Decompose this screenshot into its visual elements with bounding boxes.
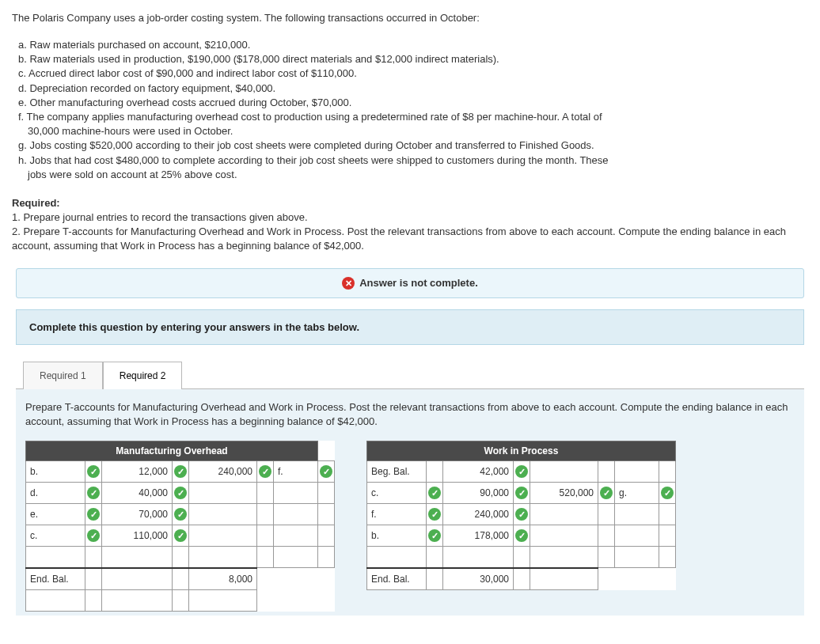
intro-text: The Polaris Company uses a job-order cos… bbox=[12, 12, 808, 24]
wip-title: Work in Process bbox=[367, 441, 676, 460]
moh-r2-l[interactable]: e. bbox=[26, 503, 85, 525]
answer-incomplete-alert: ✕Answer is not complete. bbox=[16, 268, 804, 299]
wip-end-label: End. Bal. bbox=[367, 568, 427, 590]
wip-r1-lc: ✓ bbox=[427, 482, 443, 503]
check-icon: ✓ bbox=[515, 487, 528, 499]
wip-r3-l[interactable]: b. bbox=[367, 525, 427, 546]
trans-f2: 30,000 machine-hours were used in Octobe… bbox=[28, 124, 808, 138]
wip-end-right[interactable] bbox=[530, 568, 598, 590]
moh-r1-l[interactable]: d. bbox=[26, 482, 85, 503]
wip-r2-lc: ✓ bbox=[427, 503, 443, 525]
wip-r0-la[interactable]: 42,000 bbox=[443, 460, 514, 482]
check-icon: ✓ bbox=[87, 529, 100, 542]
moh-r3-la[interactable]: 110,000 bbox=[102, 525, 173, 546]
moh-r0-lac: ✓ bbox=[173, 460, 189, 482]
wip-r1-rc: ✓ bbox=[659, 482, 676, 503]
moh-r3-l[interactable]: c. bbox=[26, 525, 85, 546]
check-icon: ✓ bbox=[600, 487, 613, 499]
required-2: 2. Prepare T-accounts for Manufacturing … bbox=[12, 225, 808, 253]
check-icon: ✓ bbox=[428, 508, 441, 521]
check-icon: ✓ bbox=[174, 465, 187, 478]
check-icon: ✓ bbox=[87, 487, 100, 499]
wip-r1-ra[interactable]: 520,000 bbox=[530, 482, 598, 503]
moh-r1-r[interactable] bbox=[274, 482, 318, 503]
trans-g: g. Jobs costing $520,000 according to th… bbox=[18, 138, 808, 153]
trans-a: a. Raw materials purchased on account, $… bbox=[18, 38, 808, 52]
check-icon: ✓ bbox=[87, 465, 100, 478]
required-header: Required: bbox=[12, 196, 808, 210]
alert-text: Answer is not complete. bbox=[359, 277, 478, 289]
wip-r2-l[interactable]: f. bbox=[367, 503, 427, 525]
tabs-instruction: Complete this question by entering your … bbox=[16, 309, 804, 345]
check-icon: ✓ bbox=[515, 529, 528, 542]
wip-r1-l[interactable]: c. bbox=[367, 482, 427, 503]
moh-r1-lc: ✓ bbox=[85, 482, 102, 503]
trans-d: d. Depreciation recorded on factory equi… bbox=[18, 81, 808, 96]
moh-r1-lac: ✓ bbox=[173, 482, 189, 503]
moh-t-account: Manufacturing Overhead b. ✓ 12,000 ✓ 240… bbox=[25, 441, 335, 612]
tab-row: Required 1Required 2 bbox=[23, 361, 808, 388]
moh-r0-rac: ✓ bbox=[257, 460, 274, 482]
moh-r0-ra[interactable]: 240,000 bbox=[189, 460, 257, 482]
trans-h1: h. Jobs that had cost $480,000 to comple… bbox=[18, 153, 808, 168]
check-icon: ✓ bbox=[259, 465, 271, 478]
tab-required-1[interactable]: Required 1 bbox=[23, 362, 103, 389]
moh-r3-lc: ✓ bbox=[85, 525, 102, 546]
moh-r0-lc: ✓ bbox=[85, 460, 102, 482]
required-1: 1. Prepare journal entries to record the… bbox=[12, 210, 808, 225]
moh-r2-la[interactable]: 70,000 bbox=[102, 503, 173, 525]
tab-body: Prepare T-accounts for Manufacturing Ove… bbox=[16, 388, 804, 615]
wip-t-account: Work in Process Beg. Bal. 42,000 ✓ c. ✓ … bbox=[366, 441, 676, 590]
tab-prompt: Prepare T-accounts for Manufacturing Ove… bbox=[25, 400, 795, 429]
check-icon: ✓ bbox=[428, 529, 441, 542]
check-icon: ✓ bbox=[661, 487, 674, 499]
moh-r0-l[interactable]: b. bbox=[26, 460, 85, 482]
wip-r1-lac: ✓ bbox=[514, 482, 530, 503]
required-block: Required: 1. Prepare journal entries to … bbox=[12, 196, 808, 254]
tab-required-2[interactable]: Required 2 bbox=[103, 362, 183, 389]
moh-r1-ra[interactable] bbox=[189, 482, 257, 503]
check-icon: ✓ bbox=[174, 487, 187, 499]
trans-f1: f. The company applies manufacturing ove… bbox=[18, 110, 808, 124]
wip-r3-lc: ✓ bbox=[427, 525, 443, 546]
wip-end-left[interactable]: 30,000 bbox=[443, 568, 514, 590]
wip-r3-la[interactable]: 178,000 bbox=[443, 525, 514, 546]
moh-r0-la[interactable]: 12,000 bbox=[102, 460, 173, 482]
moh-r1-la[interactable]: 40,000 bbox=[102, 482, 173, 503]
wip-r1-la[interactable]: 90,000 bbox=[443, 482, 514, 503]
transactions-list: a. Raw materials purchased on account, $… bbox=[12, 38, 808, 182]
check-icon: ✓ bbox=[515, 508, 528, 521]
trans-b: b. Raw materials used in production, $19… bbox=[18, 52, 808, 66]
moh-r0-r[interactable]: f. bbox=[274, 460, 318, 482]
moh-end-right[interactable]: 8,000 bbox=[189, 568, 257, 590]
moh-r0-rc: ✓ bbox=[318, 460, 335, 482]
wip-r2-la[interactable]: 240,000 bbox=[443, 503, 514, 525]
moh-title: Manufacturing Overhead bbox=[26, 441, 318, 460]
moh-r3-lac: ✓ bbox=[173, 525, 189, 546]
wip-r1-rac: ✓ bbox=[598, 482, 615, 503]
check-icon: ✓ bbox=[320, 465, 332, 478]
moh-end-left[interactable] bbox=[102, 568, 173, 590]
moh-r2-lc: ✓ bbox=[85, 503, 102, 525]
moh-r2-lac: ✓ bbox=[173, 503, 189, 525]
check-icon: ✓ bbox=[515, 465, 528, 478]
check-icon: ✓ bbox=[174, 508, 187, 521]
check-icon: ✓ bbox=[428, 487, 441, 499]
trans-e: e. Other manufacturing overhead costs ac… bbox=[18, 96, 808, 110]
wip-r1-r[interactable]: g. bbox=[615, 482, 659, 503]
check-icon: ✓ bbox=[87, 508, 100, 521]
wip-r0-l[interactable]: Beg. Bal. bbox=[367, 460, 427, 482]
wip-r3-lac: ✓ bbox=[514, 525, 530, 546]
check-icon: ✓ bbox=[174, 529, 187, 542]
wip-r0-lac: ✓ bbox=[514, 460, 530, 482]
trans-h2: jobs were sold on account at 25% above c… bbox=[28, 168, 808, 182]
x-icon: ✕ bbox=[342, 277, 355, 290]
trans-c: c. Accrued direct labor cost of $90,000 … bbox=[18, 66, 808, 81]
wip-r2-lac: ✓ bbox=[514, 503, 530, 525]
moh-end-label: End. Bal. bbox=[26, 568, 85, 590]
